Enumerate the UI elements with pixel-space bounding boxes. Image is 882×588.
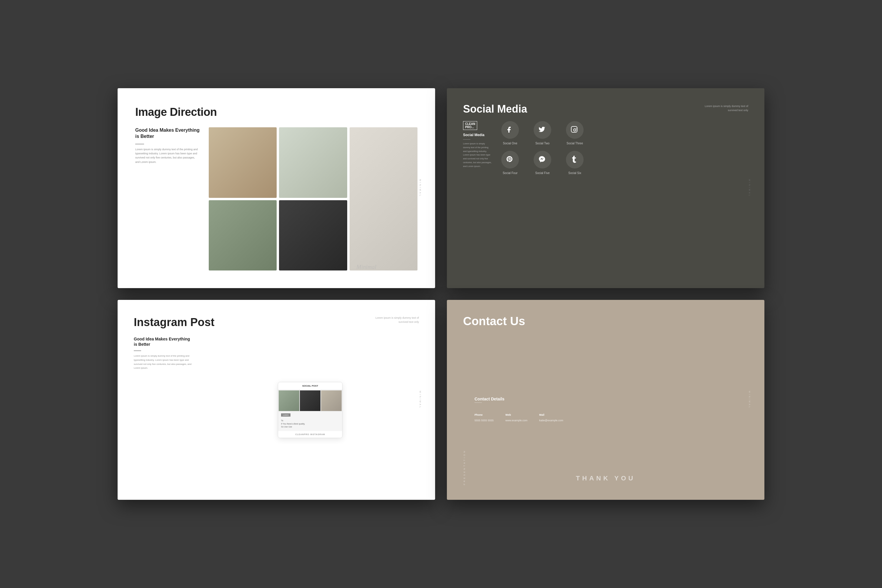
phone-img-3 [321, 390, 342, 411]
contact-phone-field: Phone 5555 5555 5555 [474, 413, 494, 423]
contact-vertical-text: PRESENTATION [463, 334, 466, 485]
instagram-vertical-label: MINIMAL [419, 391, 422, 409]
image-direction-left-text: Good Idea Makes Everything is Better Lor… [135, 127, 200, 270]
pinterest-icon [501, 151, 519, 168]
social-desc-line2: survived text only [728, 109, 748, 112]
clean-pro-badge: CLEANPRO... [463, 121, 477, 130]
phone-img-1 [279, 390, 299, 411]
image-block-3 [350, 127, 417, 270]
instagram-content-row: Good Idea Makes Everything is Better Lor… [134, 336, 419, 484]
social-item-six: Social Six [563, 151, 586, 175]
image-direction-grid [209, 127, 417, 270]
social-sidebar: CLEANPRO... Social Media Lorem ipsum is … [463, 121, 498, 175]
social-item-one: Social One [498, 121, 522, 145]
slide-instagram: Instagram Post Lorem ipsum is simply dum… [118, 300, 435, 500]
tumblr-icon [566, 151, 584, 168]
contact-mail-field: Mail katie@example.com [539, 413, 563, 423]
instagram-description: Lorem ipsum is simply dummy text of surv… [375, 316, 419, 324]
image-block-1 [209, 127, 277, 198]
instagram-mockup-area: SOCIAL POST Lorem To If You Need a Best … [201, 336, 419, 484]
contact-web-field: Web www.example.com [506, 413, 527, 423]
image-direction-vertical-label: MINIMAL [419, 179, 422, 197]
lorem-badge: Lorem [281, 413, 291, 417]
image-block-3-inner [350, 127, 417, 270]
social-inner-container: CLEANPRO... Social Media Lorem ipsum is … [463, 121, 748, 175]
social-sidebar-title: Social Media [463, 133, 492, 137]
instagram-subtitle: Good Idea Makes Everything is Better [134, 336, 193, 347]
image-block-1-inner [209, 127, 277, 198]
image-block-4 [209, 200, 277, 271]
contact-small-line [474, 402, 482, 403]
contact-details-header: Contact Details [474, 397, 748, 408]
phone-header-text: SOCIAL POST [281, 384, 339, 387]
slide-contact: Contact Us PRESENTATION Contact Details … [447, 300, 764, 500]
slides-container: Image Direction Good Idea Makes Everythi… [118, 88, 764, 500]
instagram-left-text: Good Idea Makes Everything is Better Lor… [134, 336, 193, 484]
phone-image-grid [278, 390, 342, 412]
contact-info-row: Phone 5555 5555 5555 Web www.example.com… [474, 413, 748, 423]
instagram-icon [566, 121, 584, 139]
social-six-label: Social Six [568, 171, 581, 175]
phone-footer: CLEANPRO INSTAGRAM [278, 431, 342, 438]
image-direction-watermark: Minimal [356, 264, 376, 270]
social-item-four: Social Four [498, 151, 522, 175]
social-row-2: Social Four Social Five [498, 151, 748, 175]
social-four-label: Social Four [503, 171, 518, 175]
messenger-icon [534, 151, 551, 168]
contact-phone-value: 5555 5555 5555 [474, 419, 494, 422]
contact-phone-label: Phone [474, 413, 494, 416]
phone-mockup: SOCIAL POST Lorem To If You Need a Best … [278, 382, 342, 438]
contact-main-content: Contact Details Phone 5555 5555 5555 Web… [474, 334, 748, 485]
social-media-description: Lorem ipsum is simply dummy text of surv… [705, 104, 748, 112]
social-row-1: Social One Social Two [498, 121, 748, 145]
contact-details-title: Contact Details [474, 397, 748, 401]
social-item-three: Social Three [563, 121, 586, 145]
social-media-vertical-label: MINIMAL [748, 179, 751, 197]
social-two-label: Social Two [536, 142, 549, 145]
image-direction-subtitle: Good Idea Makes Everything is Better [135, 127, 200, 140]
social-desc-line1: Lorem ipsum is simply dummy text of [705, 105, 748, 108]
phone-caption: To If You Need a Best quality. So Use Us… [278, 418, 342, 431]
contact-web-label: Web [506, 413, 527, 416]
instagram-desc-line1: Lorem ipsum is simply dummy text of [375, 316, 419, 319]
contact-inner-container: PRESENTATION Contact Details Phone 5555 … [463, 334, 748, 485]
image-direction-body: Lorem ipsum is simply dummy text of the … [135, 147, 200, 164]
phone-header: SOCIAL POST [278, 382, 342, 390]
social-one-label: Social One [503, 142, 518, 145]
contact-web-value: www.example.com [506, 419, 527, 422]
thank-you-text: THANK YOU [576, 474, 635, 482]
social-sidebar-body: Lorem ipsum is simply dummy text of the … [463, 142, 492, 168]
slide-image-direction-title: Image Direction [135, 106, 417, 118]
instagram-line [134, 351, 141, 351]
contact-mail-label: Mail [539, 413, 563, 416]
image-block-2-inner [279, 127, 347, 198]
slide-social-media: Social Media Lorem ipsum is simply dummy… [447, 88, 764, 288]
image-block-5 [279, 200, 347, 271]
social-five-label: Social Five [536, 171, 550, 175]
image-direction-content-row: Good Idea Makes Everything is Better Lor… [135, 127, 417, 270]
instagram-desc-line2: survived text only [398, 321, 419, 323]
social-main-content: Social One Social Two [498, 121, 748, 175]
image-block-2 [279, 127, 347, 198]
svg-rect-0 [571, 126, 577, 132]
instagram-body: Lorem ipsum is simply dummy text of the … [134, 354, 193, 370]
slide-image-direction: Image Direction Good Idea Makes Everythi… [118, 88, 435, 288]
facebook-icon [501, 121, 519, 139]
image-block-5-inner [279, 200, 347, 271]
social-item-five: Social Five [531, 151, 554, 175]
social-item-two: Social Two [531, 121, 554, 145]
contact-vertical-label: MINIMAL [748, 391, 751, 409]
image-block-4-inner [209, 200, 277, 271]
twitter-icon [534, 121, 551, 139]
social-three-label: Social Three [567, 142, 583, 145]
phone-img-2 [300, 390, 321, 411]
contact-mail-value: katie@example.com [539, 419, 563, 422]
image-direction-line [135, 144, 144, 144]
slide-contact-title: Contact Us [463, 315, 748, 328]
